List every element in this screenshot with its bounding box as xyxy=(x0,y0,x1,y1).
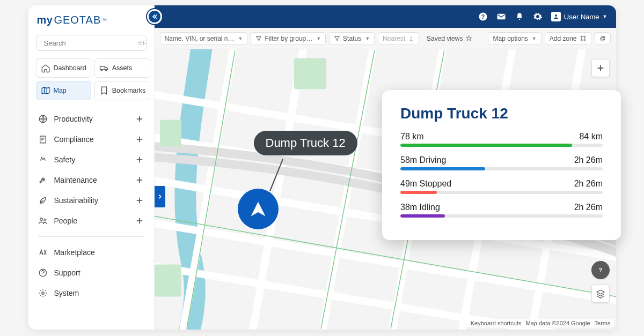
plus-icon[interactable] xyxy=(135,216,144,226)
svg-point-27 xyxy=(411,36,412,38)
plus-icon[interactable] xyxy=(135,155,144,165)
globe-icon xyxy=(38,114,48,124)
sidebar-tabs: Dashboard Assets Map Bookmarks xyxy=(36,58,147,100)
zone-icon xyxy=(580,35,587,42)
clipboard-icon xyxy=(38,135,48,144)
add-zone[interactable]: Add zone xyxy=(545,32,591,45)
nav-support-label: Support xyxy=(54,268,80,277)
map-data-label: Map data ©2024 Google xyxy=(526,320,590,326)
nav-sustainability[interactable]: Sustainability xyxy=(36,191,147,210)
nav-marketplace-label: Marketplace xyxy=(54,248,95,257)
metric-row: 38m Idling2h 26m xyxy=(400,203,603,218)
nav-productivity[interactable]: Productivity xyxy=(36,110,147,128)
map-layers-button[interactable] xyxy=(591,285,610,303)
settings-icon[interactable] xyxy=(533,12,543,21)
chevron-down-icon: ▼ xyxy=(532,36,537,41)
svg-point-4 xyxy=(105,70,106,71)
metric-bar-fill xyxy=(400,191,437,194)
logo-tm: ™ xyxy=(102,18,107,23)
saved-views-label: Saved views xyxy=(427,35,463,42)
add-zone-label: Add zone xyxy=(550,35,577,42)
map-keyboard-shortcuts[interactable]: Keyboard shortcuts xyxy=(471,320,522,326)
tab-assets[interactable]: Assets xyxy=(94,58,151,78)
tab-bookmarks-label: Bookmarks xyxy=(112,87,146,94)
search-field[interactable]: ☆F xyxy=(36,35,147,51)
map-options-label: Map options xyxy=(493,35,528,42)
filter-nearest-label: Nearest xyxy=(383,35,405,42)
svg-point-29 xyxy=(584,36,585,37)
nav-safety-label: Safety xyxy=(54,155,76,164)
nav-safety[interactable]: Safety xyxy=(36,151,147,169)
metric-row: 58m Driving2h 26m xyxy=(400,155,603,170)
collapse-sidebar-button[interactable] xyxy=(147,9,162,24)
help-icon[interactable]: ? xyxy=(478,12,488,21)
filter-status[interactable]: Status ▼ xyxy=(329,32,375,45)
nav-support[interactable]: Support xyxy=(36,264,147,282)
vehicle-detail-card: Dump Truck 12 78 km84 km58m Driving2h 26… xyxy=(382,90,621,240)
user-menu[interactable]: User Name ▼ xyxy=(551,12,608,21)
filter-name[interactable]: Name, VIN, or serial n… ▼ xyxy=(160,32,248,45)
map-help-button[interactable]: ? xyxy=(591,261,610,279)
mail-icon[interactable] xyxy=(496,12,506,21)
tab-dashboard[interactable]: Dashboard xyxy=(36,58,91,78)
plus-icon[interactable] xyxy=(135,114,144,124)
nav-productivity-label: Productivity xyxy=(54,115,93,123)
svg-point-30 xyxy=(581,40,582,41)
bell-icon[interactable] xyxy=(515,12,524,21)
metric-left: 49m Stopped xyxy=(400,179,451,189)
map-controls-bottom: ? xyxy=(591,261,610,303)
refresh-button[interactable] xyxy=(595,32,611,44)
svg-point-28 xyxy=(581,36,582,37)
svg-point-31 xyxy=(584,40,585,41)
tab-dashboard-label: Dashboard xyxy=(54,64,86,72)
map-icon xyxy=(41,86,50,95)
filter-nearest[interactable]: Nearest xyxy=(378,32,419,45)
saved-views[interactable]: Saved views xyxy=(422,33,477,44)
safety-icon xyxy=(38,155,48,165)
nav-people[interactable]: People xyxy=(36,212,147,230)
metric-bar xyxy=(400,191,603,194)
tab-bookmarks[interactable]: Bookmarks xyxy=(94,81,151,100)
svg-point-17 xyxy=(40,218,42,221)
svg-rect-44 xyxy=(294,58,326,89)
nav-list: Productivity Compliance Safety xyxy=(36,110,147,302)
chevron-down-icon: ▼ xyxy=(316,36,321,41)
map-add-button[interactable] xyxy=(591,59,610,77)
help-icon xyxy=(38,268,48,278)
search-input[interactable] xyxy=(44,39,134,47)
filter-group[interactable]: Filter by group… ▼ xyxy=(251,32,326,45)
filter-icon xyxy=(334,35,340,42)
metric-right: 2h 26m xyxy=(574,155,603,165)
truck-icon xyxy=(99,63,109,73)
chevron-down-icon: ▼ xyxy=(603,14,608,19)
map-tooltip: Dump Truck 12 xyxy=(254,131,357,155)
tab-map[interactable]: Map xyxy=(36,81,91,100)
home-icon xyxy=(41,63,50,73)
svg-text:?: ? xyxy=(481,13,485,20)
plus-icon[interactable] xyxy=(135,175,144,185)
map-options[interactable]: Map options ▼ xyxy=(488,32,541,45)
nav-compliance[interactable]: Compliance xyxy=(36,130,147,148)
metric-right: 2h 26m xyxy=(574,203,603,212)
refresh-icon xyxy=(599,35,606,42)
filter-name-label: Name, VIN, or serial n… xyxy=(165,35,235,42)
nav-maintenance[interactable]: Maintenance xyxy=(36,171,147,189)
metric-bar-fill xyxy=(400,214,445,218)
vehicle-marker[interactable] xyxy=(238,189,279,229)
map-tooltip-title: Dump Truck 12 xyxy=(266,136,346,150)
metric-right: 84 km xyxy=(579,132,603,141)
leaf-icon xyxy=(38,196,48,205)
plus-icon[interactable] xyxy=(135,135,144,144)
plus-icon[interactable] xyxy=(135,196,144,205)
wrench-icon xyxy=(38,175,48,185)
svg-rect-45 xyxy=(160,120,181,147)
map-terms[interactable]: Terms xyxy=(595,320,611,326)
nav-marketplace[interactable]: Marketplace xyxy=(36,243,147,262)
expand-panel-handle[interactable] xyxy=(155,186,165,207)
metric-row: 78 km84 km xyxy=(400,132,603,147)
svg-point-18 xyxy=(43,219,46,221)
metric-bar-fill xyxy=(400,167,485,170)
nav-system[interactable]: System xyxy=(36,284,147,302)
svg-rect-46 xyxy=(155,265,181,297)
people-icon xyxy=(38,216,48,226)
